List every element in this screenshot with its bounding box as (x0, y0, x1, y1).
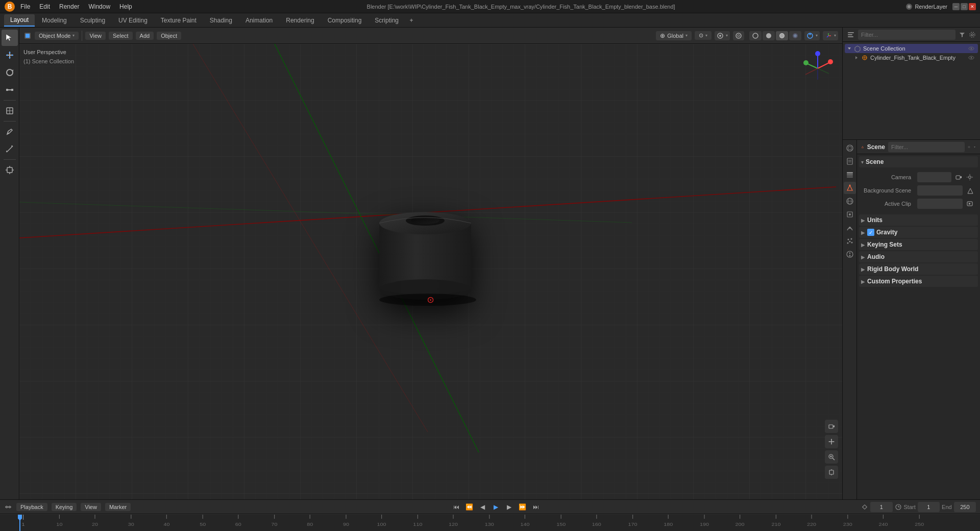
props-expand-icon[interactable] (973, 143, 976, 151)
solid-shading-button[interactable] (763, 31, 775, 40)
props-settings-icon[interactable] (968, 143, 970, 151)
add-cube-tool[interactable] (2, 162, 18, 178)
prop-tab-modifier[interactable] (844, 222, 856, 234)
local-view-button[interactable] (825, 466, 838, 479)
outliner-search-input[interactable] (858, 30, 955, 40)
prev-keyframe-button[interactable]: ⏪ (464, 501, 475, 513)
prev-frame-button[interactable]: ◀ (477, 501, 488, 513)
gravity-section-header[interactable]: ▶ ✓ Gravity (859, 227, 978, 238)
viewport-canvas[interactable]: User Perspective (1) Scene Collection (19, 44, 842, 499)
global-transform-selector[interactable]: ⊕ Global ▾ (656, 31, 692, 40)
audio-section-header[interactable]: ▶ Audio (859, 251, 978, 262)
menu-render[interactable]: Render (55, 2, 83, 11)
move-tool[interactable] (2, 47, 18, 63)
start-frame-field[interactable]: 1 (918, 502, 940, 512)
pivot-selector[interactable]: ⊙ ▾ (695, 31, 712, 40)
scale-tool[interactable] (2, 82, 18, 98)
camera-select-icon[interactable] (954, 173, 963, 181)
keying-menu[interactable]: Keying (52, 503, 77, 511)
object-visibility-icon[interactable] (968, 54, 975, 61)
add-workspace-button[interactable]: + (406, 15, 417, 26)
custom-props-section-header[interactable]: ▶ Custom Properties (859, 276, 978, 287)
outliner-visibility-icon[interactable] (968, 45, 975, 52)
camera-settings-icon[interactable] (966, 173, 974, 181)
next-frame-button[interactable]: ▶ (504, 501, 515, 513)
menu-file[interactable]: File (16, 2, 34, 11)
menu-window[interactable]: Window (84, 2, 114, 11)
active-clip-icon[interactable] (966, 200, 974, 208)
playback-menu[interactable]: Playback (16, 503, 47, 511)
jump-to-start-button[interactable]: ⏮ (451, 501, 462, 513)
cursor-tool[interactable] (2, 30, 18, 46)
rendered-shading-button[interactable] (789, 31, 801, 40)
prop-tab-physics[interactable] (844, 248, 856, 260)
tab-scripting[interactable]: Scripting (369, 15, 405, 26)
3d-viewport[interactable]: Object Mode ▾ View Select Add Object ⊕ G… (19, 28, 842, 499)
gizmo-toggle[interactable]: ▾ (823, 31, 838, 40)
rigid-body-world-section-header[interactable]: ▶ Rigid Body World (859, 263, 978, 275)
tab-shading[interactable]: Shading (204, 15, 238, 26)
menu-help[interactable]: Help (115, 2, 136, 11)
close-button[interactable]: ✕ (969, 3, 976, 10)
prop-tab-particles[interactable] (844, 235, 856, 247)
tab-compositing[interactable]: Compositing (322, 15, 368, 26)
menu-edit[interactable]: Edit (35, 2, 54, 11)
properties-search-input[interactable] (888, 142, 965, 152)
tab-uv-editing[interactable]: UV Editing (112, 15, 154, 26)
prop-tab-render[interactable] (844, 142, 856, 154)
marker-menu[interactable]: Marker (105, 503, 131, 511)
measure-tool[interactable] (2, 141, 18, 157)
select-menu[interactable]: Select (109, 32, 133, 40)
add-menu[interactable]: Add (136, 32, 154, 40)
play-pause-button[interactable]: ▶ (491, 501, 502, 513)
object-menu[interactable]: Object (157, 32, 181, 40)
prop-tab-object[interactable] (844, 208, 856, 221)
snap-button[interactable]: ▾ (715, 31, 730, 40)
tab-rendering[interactable]: Rendering (280, 15, 320, 26)
prop-tab-scene[interactable] (844, 182, 856, 194)
prop-tab-world[interactable] (844, 195, 856, 207)
camera-field[interactable] (917, 172, 951, 182)
zoom-button[interactable] (825, 450, 838, 464)
tab-sculpting[interactable]: Sculpting (74, 15, 111, 26)
timeline-ruler[interactable]: 1 10 20 30 40 50 60 70 80 90 1 (0, 514, 980, 531)
wireframe-button[interactable] (749, 31, 762, 40)
jump-to-end-button[interactable]: ⏭ (530, 501, 542, 513)
minimize-button[interactable]: ─ (952, 3, 960, 10)
transform-tool[interactable] (2, 103, 18, 119)
end-frame-field[interactable]: 250 (954, 502, 976, 512)
maximize-button[interactable]: □ (961, 3, 968, 10)
bg-scene-icon[interactable] (966, 186, 974, 195)
overlay-toggle[interactable]: ▾ (804, 31, 820, 40)
rotate-tool[interactable] (2, 64, 18, 81)
camera-view-button[interactable] (825, 420, 838, 433)
outliner-settings-icon[interactable] (969, 31, 976, 38)
tab-animation[interactable]: Animation (239, 15, 279, 26)
annotate-tool[interactable] (2, 124, 18, 140)
tab-texture-paint[interactable]: Texture Paint (155, 15, 203, 26)
tab-layout[interactable]: Layout (4, 14, 35, 27)
proportional-edit-button[interactable] (733, 31, 744, 40)
outliner-object-row[interactable]: Cylinder_Fish_Tank_Black_Empty (845, 53, 978, 62)
view-menu-timeline[interactable]: View (81, 503, 101, 511)
current-frame-field[interactable]: 1 (870, 502, 892, 512)
view-menu[interactable]: View (85, 32, 106, 40)
tab-modeling[interactable]: Modeling (36, 15, 73, 26)
gizmo[interactable] (797, 48, 838, 89)
prop-tab-output[interactable] (844, 155, 856, 167)
gravity-checkbox[interactable]: ✓ (867, 229, 874, 236)
mode-selector[interactable]: Object Mode ▾ (35, 32, 79, 40)
outliner-filter-icon[interactable] (959, 31, 966, 38)
cylinder-object[interactable] (369, 187, 481, 317)
timeline-icon (4, 503, 12, 511)
pan-view-button[interactable] (825, 435, 838, 448)
outliner-scene-collection[interactable]: Scene Collection (845, 44, 978, 53)
units-section-header[interactable]: ▶ Units (859, 214, 978, 226)
scene-section-header[interactable]: ▾ Scene (859, 156, 978, 167)
keying-sets-section-header[interactable]: ▶ Keying Sets (859, 239, 978, 250)
prop-tab-view-layer[interactable] (844, 168, 856, 181)
material-preview-button[interactable] (776, 31, 788, 40)
bg-scene-field[interactable] (917, 185, 963, 196)
active-clip-field[interactable] (917, 199, 963, 209)
next-keyframe-button[interactable]: ⏩ (517, 501, 528, 513)
